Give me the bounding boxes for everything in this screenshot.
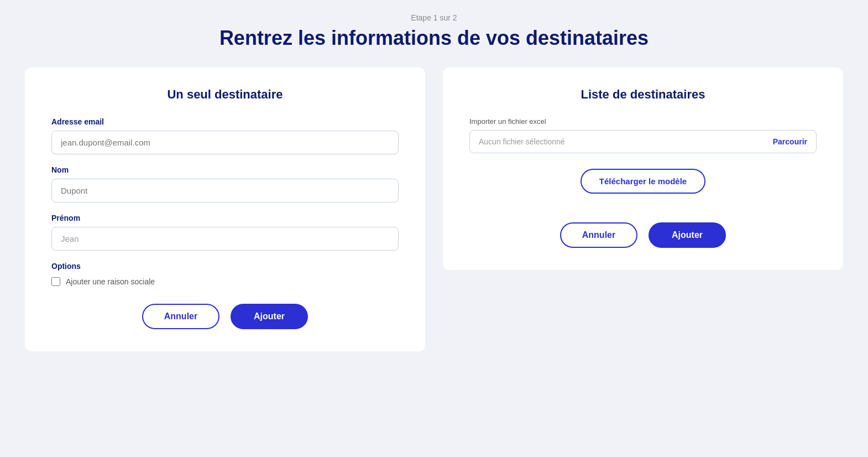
file-input-row: Aucun fichier sélectionné Parcourir (469, 130, 817, 153)
nom-group: Nom (51, 165, 399, 202)
cards-row: Un seul destinataire Adresse email Nom P… (25, 67, 843, 351)
right-cancel-button[interactable]: Annuler (560, 222, 637, 248)
left-card-title: Un seul destinataire (51, 87, 399, 102)
prenom-input[interactable] (51, 227, 399, 251)
left-cancel-button[interactable]: Annuler (142, 304, 219, 329)
left-add-button[interactable]: Ajouter (231, 304, 308, 329)
step-label: Etape 1 sur 2 (411, 13, 457, 22)
page-title: Rentrez les informations de vos destinat… (219, 27, 649, 50)
options-label: Options (51, 262, 399, 271)
right-card: Liste de destinataires Importer un fichi… (443, 67, 843, 270)
email-input[interactable] (51, 131, 399, 154)
email-group: Adresse email (51, 117, 399, 154)
import-label: Importer un fichier excel (469, 117, 817, 126)
telecharger-row: Télécharger le modèle (469, 169, 817, 194)
raison-sociale-label: Ajouter une raison sociale (66, 277, 155, 286)
import-section: Importer un fichier excel Aucun fichier … (469, 117, 817, 153)
left-card: Un seul destinataire Adresse email Nom P… (25, 67, 425, 351)
nom-label: Nom (51, 165, 399, 174)
prenom-group: Prénom (51, 214, 399, 251)
telecharger-button[interactable]: Télécharger le modèle (581, 169, 705, 194)
parcourir-button[interactable]: Parcourir (773, 137, 807, 146)
prenom-label: Prénom (51, 214, 399, 222)
nom-input[interactable] (51, 179, 399, 202)
options-section: Options Ajouter une raison sociale (51, 262, 399, 286)
raison-sociale-row: Ajouter une raison sociale (51, 277, 399, 286)
right-add-button[interactable]: Ajouter (649, 222, 726, 248)
left-card-btn-row: Annuler Ajouter (51, 304, 399, 329)
right-card-btn-row: Annuler Ajouter (469, 222, 817, 248)
right-card-title: Liste de destinataires (469, 87, 817, 102)
email-label: Adresse email (51, 117, 399, 126)
file-placeholder: Aucun fichier sélectionné (479, 137, 565, 146)
raison-sociale-checkbox[interactable] (51, 277, 60, 286)
